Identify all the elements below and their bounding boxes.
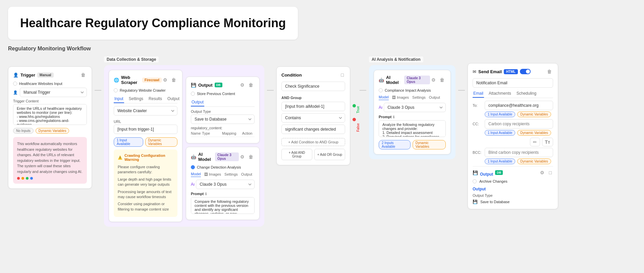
ai2-ai-icon: Aı — [379, 105, 382, 110]
ai1-tab-settings[interactable]: Settings — [224, 172, 238, 177]
scraper-title: Web Scraper — [121, 75, 140, 85]
col-type: Type — [202, 131, 221, 135]
output-settings-btn[interactable]: ⚙ — [239, 82, 246, 88]
ai-analysis-label: AI Analysis & Notification — [369, 56, 423, 62]
font-btn[interactable]: Tт — [542, 138, 553, 146]
ai-model-1-card: 🤖 AI Model Claude 3 Opus ⚙ 🗑 — [186, 147, 260, 220]
notification-email-input[interactable] — [473, 78, 553, 88]
add-condition-btn[interactable]: + Add Condition to AND Group — [281, 138, 345, 146]
tab-input[interactable]: Input — [114, 95, 124, 103]
ai2-input-label: Compliance Impact Analysis — [385, 88, 431, 92]
condition-value-input[interactable] — [281, 125, 345, 134]
add-and-group-btn[interactable]: + Add AND Group — [281, 149, 312, 160]
output-archive-btn[interactable]: □ — [548, 169, 553, 176]
condition-check-input[interactable] — [281, 82, 345, 91]
email-column: ✉ Send Email HTML 🗑 Email Attachments Sc… — [468, 56, 558, 209]
ai1-delete-btn[interactable]: 🗑 — [247, 153, 255, 160]
add-or-group-btn[interactable]: + Add OR Group — [314, 149, 345, 160]
ai1-tab-images[interactable]: 🖼 Images — [204, 172, 221, 177]
condition-ai-input[interactable] — [281, 102, 345, 111]
scraper-globe-icon: 🌐 — [114, 78, 119, 83]
output-tab[interactable]: Output — [191, 98, 204, 106]
ai2-tab-output[interactable]: Output — [429, 95, 440, 100]
ai1-settings-btn[interactable]: ⚙ — [239, 153, 246, 160]
url-label: URL — [114, 120, 177, 124]
true-false-indicators: True False — [356, 106, 360, 132]
output-section-db-icon: 💾 — [473, 170, 478, 175]
ai-model-1-icon: 🤖 — [191, 154, 196, 160]
tab-scheduling[interactable]: Scheduling — [516, 90, 537, 98]
tab-attachments[interactable]: Attachments — [488, 90, 512, 98]
to-input[interactable] — [485, 101, 553, 110]
bcc-input[interactable] — [485, 148, 553, 157]
email-delete-btn[interactable]: 🗑 — [546, 68, 553, 75]
trigger-input-label: Healthcare Websites Input — [19, 82, 62, 86]
scraper-input-tag: 1 Input Available — [114, 137, 143, 147]
ai2-images-icon: 🖼 — [392, 95, 396, 99]
email-separator — [473, 166, 553, 167]
true-dot — [353, 104, 356, 121]
ai2-radio — [379, 88, 383, 92]
bcc-input-tag: 1 Input Available — [485, 158, 515, 164]
output-card: 💾 Output DB ⚙ 🗑 — [186, 77, 260, 143]
tab-output[interactable]: Output — [167, 95, 180, 103]
ai1-prompt-textarea[interactable]: Compare the following regulatory content… — [191, 197, 255, 214]
save-db-icon: 💾 — [473, 199, 478, 204]
trigger-info-text: This workflow automatically monitors hea… — [17, 142, 82, 174]
edit-btn[interactable]: ✏ — [530, 138, 540, 146]
condition-title: Condition — [281, 73, 302, 78]
ai2-prompt-textarea[interactable]: Analyze the following regulatory changes… — [379, 120, 446, 137]
scraper-warning-box: ⚠️ Crawling Configuration Warning Please… — [114, 149, 177, 217]
trigger-delete-btn[interactable]: 🗑 — [79, 72, 87, 78]
scraper-settings-btn[interactable]: ⚙ — [162, 77, 169, 83]
cc-input[interactable] — [485, 119, 553, 129]
cc-label: CC: — [473, 122, 483, 126]
ai2-tab-settings[interactable]: Settings — [412, 95, 426, 100]
ai2-model-select[interactable]: Claude 3 Opus — [384, 103, 446, 112]
ai2-tab-images[interactable]: 🖼 Images — [392, 95, 409, 100]
save-db-row: 💾 Save to Database — [473, 199, 553, 204]
connector-3 — [353, 56, 366, 91]
to-dynamic-tag: Dynamic Variables — [517, 111, 551, 117]
ai2-delete-btn[interactable]: 🗑 — [438, 77, 446, 83]
condition-operator-select[interactable]: Contains — [281, 113, 345, 123]
scraper-delete-btn[interactable]: 🗑 — [170, 77, 177, 83]
connector-1 — [95, 56, 101, 91]
col-name: Name — [191, 131, 201, 135]
output-type-label2: Output Type — [473, 193, 553, 197]
trigger-no-inputs-tag: No Inputs — [13, 128, 34, 134]
ai1-tab-model[interactable]: Model — [191, 172, 201, 177]
ai2-settings-btn[interactable]: ⚙ — [430, 77, 437, 83]
ai1-tab-output[interactable]: Output — [241, 172, 252, 177]
condition-delete-btn[interactable]: □ — [340, 72, 345, 78]
ai2-input-tag: 2 Inputs Available — [379, 140, 411, 149]
tab-results[interactable]: Results — [148, 95, 163, 103]
ai2-tab-model[interactable]: Model — [379, 95, 389, 100]
archive-radio — [473, 179, 477, 183]
email-icon: ✉ — [473, 69, 476, 74]
email-toggle[interactable] — [520, 69, 531, 74]
info-dot-1 — [17, 177, 20, 180]
scraper-dynamic-tag: Dynamic Variables — [145, 137, 177, 147]
tab-settings[interactable]: Settings — [128, 95, 144, 103]
scraper-type-select[interactable]: Website Crawler — [114, 106, 177, 116]
warning-item-2: Large depth and high page limits can gen… — [118, 176, 173, 188]
false-label: False — [356, 123, 360, 132]
ai1-ai-icon: Aı — [191, 182, 195, 187]
output-delete-btn[interactable]: 🗑 — [247, 82, 255, 88]
bcc-label: BCC: — [473, 150, 483, 154]
ai1-model-select[interactable]: Claude 3 Opus — [196, 180, 255, 189]
page-wrapper: Healthcare Regulatory Compliance Monitor… — [0, 0, 644, 233]
trigger-textarea[interactable]: Enter the URLs of healthcare regulatory … — [13, 104, 87, 125]
bcc-dynamic-tag: Dynamic Variables — [517, 158, 551, 164]
output-type-select[interactable]: Save to Database — [191, 115, 255, 124]
trigger-select[interactable]: Manual Trigger — [20, 88, 87, 97]
output-section-settings-btn[interactable]: ⚙ — [539, 169, 546, 176]
tab-email[interactable]: Email — [473, 90, 484, 98]
email-title: Send Email — [478, 69, 502, 74]
output-type-label: Output Type — [191, 109, 255, 113]
trigger-dynamic-tag: Dynamic Variables — [36, 128, 69, 134]
url-input[interactable] — [114, 125, 177, 134]
ai2-icon: 🤖 — [379, 78, 384, 83]
trigger-card: 👤 Trigger Manual 🗑 Healthcare Websites I… — [8, 66, 92, 189]
